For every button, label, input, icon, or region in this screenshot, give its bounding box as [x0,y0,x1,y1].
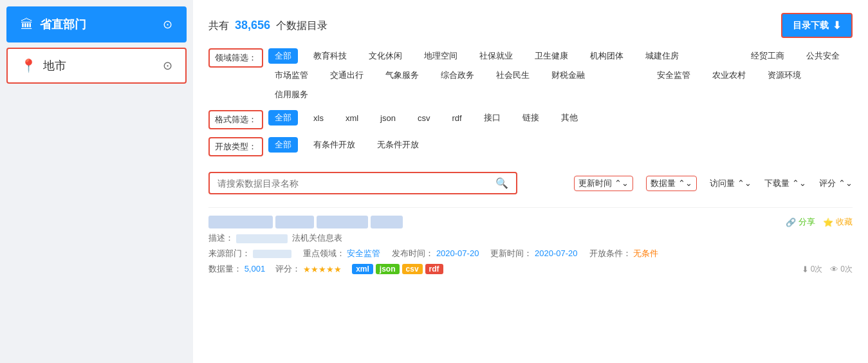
sort-update-time[interactable]: 更新时间 ⌃⌄ [574,176,633,191]
open-tag-all[interactable]: 全部 [268,137,298,153]
format-tag-api[interactable]: 接口 [477,110,507,126]
domain-tag-social[interactable]: 社保就业 [473,48,519,64]
bank-icon: 🏛 [21,17,33,32]
title-block-2 [275,216,314,228]
domain-tag-transport[interactable]: 交通出行 [324,68,370,83]
domain-tag-security[interactable]: 公共安全 [800,48,846,64]
location-icon: 📍 [21,58,37,73]
collect-button[interactable]: ⭐ 收藏 [823,216,853,228]
sidebar-item-province[interactable]: 🏛 省直部门 ⊙ [6,6,187,42]
domain-tag-weather[interactable]: 气象服务 [379,68,425,83]
download-button[interactable]: 目录下载 ⬇ [781,13,853,38]
main-content: 共有 38,656 个数据目录 目录下载 ⬇ 领域筛选： 全部 教育科技 文化休… [193,0,868,363]
sort-rating-arrows: ⌃⌄ [838,178,853,188]
domain-tag-credit[interactable]: 信用服务 [268,87,315,102]
fmt-xml: xml [352,264,373,274]
domain-tag-safety[interactable]: 安全监管 [651,68,697,83]
domain-tag-people[interactable]: 社会民生 [490,68,536,83]
domain-tag-agri[interactable]: 农业农村 [706,68,752,83]
meta-key-domain: 重点领域： 安全监管 [303,248,381,259]
total-count: 38,656 [235,19,270,32]
format-tag-rdf[interactable]: rdf [445,111,468,125]
domain-tag-market[interactable]: 市场监管 [268,68,315,83]
domain-tag-org[interactable]: 机构团体 [584,48,630,64]
sort-update-time-label: 更新时间 [578,178,612,189]
search-box: 🔍 [208,172,517,194]
format-tag-all[interactable]: 全部 [268,110,298,126]
format-tag-csv[interactable]: csv [411,111,437,125]
header-row: 共有 38,656 个数据目录 目录下载 ⬇ [208,13,853,38]
sort-views[interactable]: 访问量 ⌃⌄ [710,178,752,189]
desc-prefix: 描述： [208,233,234,243]
format-tag-xls[interactable]: xls [307,111,330,125]
sidebar: 🏛 省直部门 ⊙ 📍 地市 ⊙ [0,0,193,363]
meta-key-domain-val: 安全监管 [347,248,380,258]
desc-text: 法机关信息表 [292,233,342,243]
domain-tag-geo[interactable]: 地理空间 [418,48,464,64]
search-icon[interactable]: 🔍 [495,177,508,189]
meta-publish-time: 发布时间： 2020-07-20 [392,248,479,259]
search-row: 🔍 更新时间 ⌃⌄ 数据量 ⌃⌄ 访问量 ⌃⌄ 下载量 ⌃⌄ [208,165,853,201]
domain-tag-gov[interactable]: 综合政务 [434,68,481,83]
meta-update-time-val: 2020-07-20 [535,248,578,258]
chevron-province-icon: ⊙ [163,17,172,32]
meta-open-cond-val: 无条件 [633,248,658,258]
stars: ★★★★★ [303,265,342,274]
domain-tag-education[interactable]: 教育科技 [307,48,353,64]
format-tag-xml[interactable]: xml [339,111,365,125]
format-tag-json[interactable]: json [374,111,402,125]
download-count: ⬇ 0次 [802,264,823,275]
sort-views-arrows: ⌃⌄ [737,178,752,188]
collect-label: 收藏 [836,216,853,228]
data-count-val: 5,001 [245,264,266,274]
result-desc: 描述： 法机关信息表 [208,232,853,244]
total-text: 共有 38,656 个数据目录 [208,19,328,33]
domain-tag-trade[interactable]: 经贸工商 [744,48,791,64]
download-icon: ⬇ [833,19,841,32]
title-block-4 [371,216,403,228]
view-count: 👁 0次 [830,264,853,275]
download-stat-icon: ⬇ [802,265,809,274]
sort-update-time-arrows: ⌃⌄ [614,178,629,188]
share-button[interactable]: 🔗 分享 [786,216,815,228]
title-block-3 [317,216,368,228]
result-title[interactable] [208,216,403,228]
domain-tag-all[interactable]: 全部 [268,48,298,64]
open-tag-unconditional[interactable]: 无条件开放 [371,137,425,153]
sort-rating-label: 评分 [819,178,836,189]
desc-placeholder [236,234,288,243]
title-block-1 [208,216,273,228]
result-actions: 🔗 分享 ⭐ 收藏 [786,216,853,228]
search-input[interactable] [217,178,495,189]
format-filter-label: 格式筛选： [208,110,263,129]
meta-source-dept-val [253,248,291,258]
result-title-row: 🔗 分享 ⭐ 收藏 [208,216,853,228]
format-tag-other[interactable]: 其他 [555,110,584,126]
sort-downloads[interactable]: 下载量 ⌃⌄ [764,178,806,189]
result-data-row: 数据量： 5,001 评分： ★★★★★ xml json csv rdf ⬇ … [208,263,853,275]
sidebar-city-label: 地市 [43,58,66,73]
format-tag-link[interactable]: 链接 [516,110,546,126]
sort-views-label: 访问量 [710,178,735,189]
sort-downloads-arrows: ⌃⌄ [792,178,806,188]
domain-tag-health[interactable]: 卫生健康 [528,48,575,64]
domain-tag-culture[interactable]: 文化休闲 [362,48,409,64]
format-filter: 格式筛选： 全部 xls xml json csv rdf 接口 链接 其他 [208,110,853,129]
fmt-rdf: rdf [425,264,443,274]
domain-tag-resource[interactable]: 资源环境 [761,68,808,83]
sort-data-count[interactable]: 数据量 ⌃⌄ [646,176,697,191]
sort-items: 更新时间 ⌃⌄ 数据量 ⌃⌄ 访问量 ⌃⌄ 下载量 ⌃⌄ 评分 ⌃⌄ [574,176,853,191]
domain-tag-urban[interactable]: 城建住房 [639,48,685,64]
sidebar-item-city[interactable]: 📍 地市 ⊙ [6,48,187,84]
meta-publish-time-val: 2020-07-20 [436,248,479,258]
fmt-csv: csv [402,264,423,274]
result-rating: 评分： ★★★★★ [275,263,342,275]
domain-filter-tags: 全部 教育科技 文化休闲 地理空间 社保就业 卫生健康 机构团体 城建住房 经贸… [268,48,853,102]
open-tag-conditional[interactable]: 有条件开放 [307,137,362,153]
open-type-label: 开放类型： [208,137,263,156]
result-meta-row: 来源部门： 重点领域： 安全监管 发布时间： 2020-07-20 更新时间： … [208,248,853,259]
share-label: 分享 [799,216,815,228]
domain-tag-finance[interactable]: 财税金融 [545,68,591,83]
sort-downloads-label: 下载量 [764,178,790,189]
sort-rating[interactable]: 评分 ⌃⌄ [819,178,853,189]
